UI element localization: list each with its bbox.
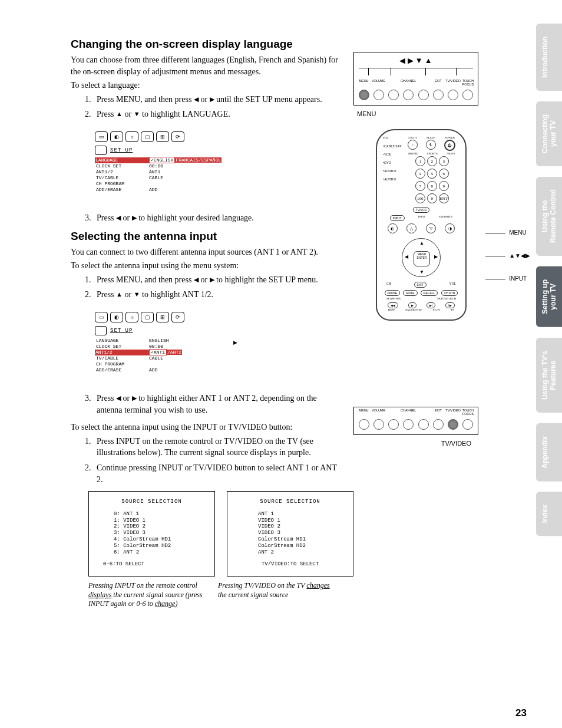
callout-input: INPUT	[485, 275, 530, 282]
tv-panel-menu: ◀ ▶ ▼ ▲ MENUVOLUMECHANNELEXITTV/VIDEOTOU…	[353, 52, 478, 106]
panel-tvvideo-button	[448, 419, 458, 430]
page-number: 23	[515, 707, 527, 719]
intro-antenna: You can connect to two different antenna…	[71, 246, 342, 258]
tvvideo-label: TV/VIDEO	[357, 440, 471, 447]
side-tab: Introduction	[536, 24, 562, 91]
caption-tvvideo: Pressing TV/VIDEO on the TV changes the …	[218, 581, 336, 609]
step2-2: Press ▲ or ▼ to highlight ANT 1/2.	[93, 289, 342, 301]
step2-3: Press ◀ or ▶ to highlight either ANT 1 o…	[93, 393, 342, 416]
heading-antenna: Selecting the antenna input	[71, 230, 342, 243]
lead-antenna-menu: To select the antenna input using the me…	[71, 260, 342, 272]
side-tab: Appendix	[536, 423, 562, 482]
menu-label: MENU	[357, 110, 489, 117]
lead-language: To select a language:	[71, 80, 342, 91]
stepB-2: Continue pressing INPUT or TV/VIDEO butt…	[93, 462, 342, 485]
lead-antenna-input: To select the antenna input using the IN…	[71, 421, 342, 433]
source-box-tvvideo: SOURCE SELECTION ANT 1VIDEO 1VIDEO 2VIDE…	[227, 491, 353, 577]
step2-1: Press MENU, and then press ◀ or ▶ to hig…	[93, 274, 342, 286]
side-tab: Using the Remote Control	[536, 177, 562, 256]
osd-antenna: ▭◐☼▢⊞⟳ SET UP LANGUAGEENGLISHCLOCK SET00…	[88, 307, 243, 386]
side-tab: Connecting your TV	[536, 101, 562, 166]
caption-input: Pressing INPUT on the remote control dis…	[88, 581, 206, 609]
heading-language: Changing the on-screen display language	[71, 38, 342, 51]
callout-arrows: ▲▼◀▶	[485, 252, 530, 259]
remote-figure: •TV•CABLE/SAT•VCR•DVD•AUDIO1•AUDIO2 LIGH…	[353, 129, 489, 321]
step1-3: Press ◀ or ▶ to highlight your desired l…	[93, 212, 342, 224]
osd-language: ▭◐☼▢⊞⟳ SET UP LANGUAGE✓ENGLISHFRANCAIS/E…	[88, 126, 243, 205]
source-box-input: SOURCE SELECTION 0: ANT 11: VIDEO 12: VI…	[88, 491, 215, 577]
panel-menu-button	[359, 90, 369, 100]
stepB-1: Press INPUT on the remote control or TV/…	[93, 436, 342, 459]
step1-1: Press MENU, and then press ◀ or ▶ until …	[93, 94, 342, 106]
side-tab: Setting up your TV	[536, 266, 562, 327]
side-tab: Using the TV's Features	[536, 338, 562, 413]
step1-2: Press ▲ or ▼ to highlight LANGUAGE.	[93, 108, 342, 120]
callout-menu: MENU	[485, 229, 530, 236]
side-tab: Index	[536, 492, 562, 536]
intro-language: You can choose from three different lang…	[71, 54, 342, 77]
tv-panel-tvvideo: MENUVOLUMECHANNELEXITTV/VIDEOTOUCH FOCUS	[353, 407, 478, 435]
